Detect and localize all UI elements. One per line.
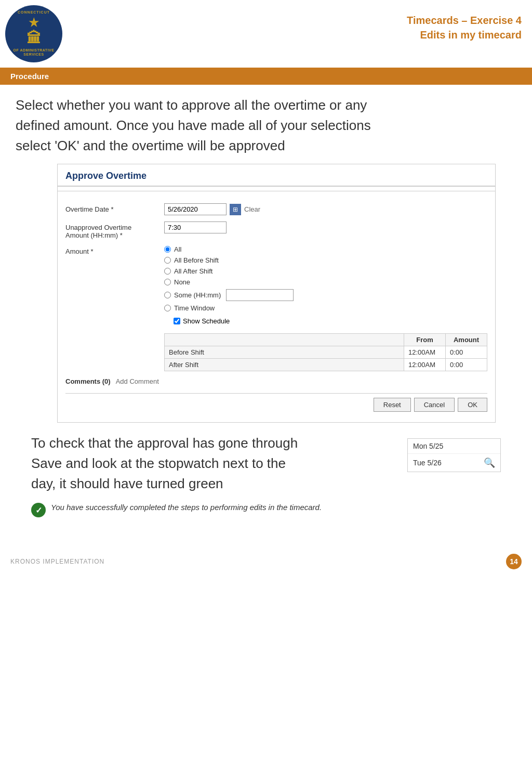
timecard-preview: Mon 5/25 Tue 5/26 🔍 bbox=[407, 438, 501, 472]
success-message: You have successfully completed the step… bbox=[51, 503, 322, 512]
logo-area: CONNECTICUT ★ 🏛 OF ADMINISTRATIVE SERVIC… bbox=[5, 5, 68, 62]
footer-brand: KRONOS IMPLEMENTATION bbox=[10, 558, 104, 565]
bottom-instructions: To check that the approval has gone thro… bbox=[31, 433, 501, 494]
radio-all-label: All bbox=[174, 245, 181, 253]
radio-time-window-label: Time Window bbox=[174, 304, 215, 312]
dialog-separator bbox=[58, 191, 495, 191]
radio-after-shift-item: All After Shift bbox=[164, 267, 487, 275]
schedule-after-label: After Shift bbox=[165, 359, 404, 371]
bottom-line2: Save and look at the stopwatch next to t… bbox=[31, 453, 397, 474]
comments-row: Comments (0) Add Comment bbox=[65, 377, 487, 385]
header: CONNECTICUT ★ 🏛 OF ADMINISTRATIVE SERVIC… bbox=[0, 0, 532, 68]
radio-after-shift-label: All After Shift bbox=[174, 267, 212, 275]
header-title-text: Timecards – Exercise 4 Edits in my timec… bbox=[68, 13, 522, 42]
instructions-line2: defined amount. Once you have made all o… bbox=[16, 115, 516, 136]
instructions: Select whether you want to approve all t… bbox=[16, 95, 516, 156]
radio-after-shift[interactable] bbox=[164, 268, 171, 275]
radio-time-window-item: Time Window bbox=[164, 304, 487, 312]
radio-before-shift-label: All Before Shift bbox=[174, 256, 219, 264]
amount-row: Amount * All All Before Shift bbox=[65, 245, 487, 371]
logo-building-icon: 🏛 bbox=[5, 30, 62, 47]
radio-some-item: Some (HH:mm) bbox=[164, 289, 487, 301]
overtime-date-control: ⊞ Clear bbox=[164, 203, 487, 215]
dialog-title: Approve Overtime bbox=[58, 164, 495, 187]
stopwatch-icon: 🔍 bbox=[484, 457, 495, 468]
overtime-date-row: Overtime Date * ⊞ Clear bbox=[65, 203, 487, 215]
add-comment-link[interactable]: Add Comment bbox=[116, 377, 159, 385]
radio-none[interactable] bbox=[164, 279, 171, 285]
title-line2: Edits in my timecard bbox=[68, 28, 522, 42]
unapproved-overtime-label: Unapproved Overtime Amount (HH:mm) * bbox=[65, 221, 164, 239]
calendar-icon[interactable]: ⊞ bbox=[230, 204, 241, 215]
dialog-buttons: Reset Cancel OK bbox=[65, 398, 487, 414]
logo-star-icon: ★ bbox=[5, 16, 62, 30]
logo-text-bottom: OF ADMINISTRATIVE SERVICES bbox=[5, 48, 62, 57]
schedule-before-label: Before Shift bbox=[165, 346, 404, 359]
unapproved-overtime-control bbox=[164, 221, 487, 233]
header-title: Timecards – Exercise 4 Edits in my timec… bbox=[68, 5, 522, 42]
timecard-row-mon: Mon 5/25 bbox=[408, 439, 500, 454]
page-number: 14 bbox=[506, 554, 522, 569]
calendar-icon-glyph: ⊞ bbox=[233, 206, 238, 213]
show-schedule-row: Show Schedule bbox=[174, 317, 487, 325]
radio-time-window[interactable] bbox=[164, 305, 171, 311]
show-schedule-label: Show Schedule bbox=[183, 317, 230, 325]
amount-label: Amount * bbox=[65, 245, 164, 255]
radio-none-item: None bbox=[164, 278, 487, 286]
unapproved-overtime-input[interactable] bbox=[164, 221, 227, 233]
amount-control: All All Before Shift All After Shift bbox=[164, 245, 487, 371]
timecard-tue-label: Tue 5/26 bbox=[413, 459, 442, 467]
page: CONNECTICUT ★ 🏛 OF ADMINISTRATIVE SERVIC… bbox=[0, 0, 532, 769]
date-input-group: ⊞ Clear bbox=[164, 203, 487, 215]
unapproved-label-line1: Unapproved Overtime bbox=[65, 224, 164, 231]
logo-inner: CONNECTICUT ★ 🏛 OF ADMINISTRATIVE SERVIC… bbox=[5, 10, 62, 57]
clear-link[interactable]: Clear bbox=[244, 205, 260, 213]
radio-some-label: Some (HH:mm) bbox=[174, 291, 221, 299]
some-input[interactable] bbox=[226, 289, 294, 301]
radio-group: All All Before Shift All After Shift bbox=[164, 245, 487, 371]
ok-button[interactable]: OK bbox=[458, 398, 487, 412]
overtime-date-input[interactable] bbox=[164, 203, 227, 215]
schedule-row-after: After Shift 12:00AM 0:00 bbox=[165, 359, 487, 371]
radio-all[interactable] bbox=[164, 246, 171, 253]
check-mark: ✓ bbox=[35, 505, 42, 515]
logo-text-top: CONNECTICUT bbox=[5, 10, 62, 15]
radio-before-shift-item: All Before Shift bbox=[164, 256, 487, 264]
schedule-col-empty bbox=[165, 334, 404, 346]
dialog-bottom-separator bbox=[65, 393, 487, 394]
procedure-label: Procedure bbox=[10, 72, 49, 81]
timecard-row-tue: Tue 5/26 🔍 bbox=[408, 454, 500, 472]
schedule-table: From Amount Before Shift 12:00AM 0:00 bbox=[164, 333, 487, 371]
radio-before-shift[interactable] bbox=[164, 257, 171, 264]
bottom-text: To check that the approval has gone thro… bbox=[31, 433, 397, 494]
success-text: You have successfully completed the step… bbox=[51, 502, 322, 514]
footer: KRONOS IMPLEMENTATION 14 bbox=[0, 549, 532, 575]
reset-button[interactable]: Reset bbox=[374, 398, 411, 412]
radio-all-item: All bbox=[164, 245, 487, 253]
procedure-bar: Procedure bbox=[0, 68, 532, 85]
instructions-line3: select 'OK' and the overtime will be app… bbox=[16, 136, 516, 156]
schedule-before-amount: 0:00 bbox=[446, 346, 487, 359]
timecard-mon-label: Mon 5/25 bbox=[413, 442, 443, 450]
schedule-after-from: 12:00AM bbox=[404, 359, 446, 371]
show-schedule-checkbox[interactable] bbox=[174, 318, 180, 324]
radio-none-label: None bbox=[174, 278, 190, 286]
instructions-line1: Select whether you want to approve all t… bbox=[16, 95, 516, 115]
title-line1: Timecards – Exercise 4 bbox=[68, 13, 522, 28]
schedule-col-amount: Amount bbox=[446, 334, 487, 346]
logo: CONNECTICUT ★ 🏛 OF ADMINISTRATIVE SERVIC… bbox=[5, 5, 62, 62]
overtime-date-label: Overtime Date * bbox=[65, 203, 164, 213]
unapproved-overtime-row: Unapproved Overtime Amount (HH:mm) * bbox=[65, 221, 487, 239]
schedule-row-before: Before Shift 12:00AM 0:00 bbox=[165, 346, 487, 359]
comments-label: Comments (0) bbox=[65, 377, 111, 385]
radio-some[interactable] bbox=[164, 292, 171, 298]
schedule-before-from: 12:00AM bbox=[404, 346, 446, 359]
bottom-line3: day, it should have turned green bbox=[31, 474, 397, 494]
dialog-body: Overtime Date * ⊞ Clear Un bbox=[58, 195, 495, 422]
check-circle-icon: ✓ bbox=[31, 503, 46, 517]
success-area: ✓ You have successfully completed the st… bbox=[31, 502, 501, 517]
cancel-button[interactable]: Cancel bbox=[414, 398, 455, 412]
approve-overtime-dialog: Approve Overtime Overtime Date * ⊞ Clear bbox=[57, 164, 496, 423]
schedule-col-from: From bbox=[404, 334, 446, 346]
main-content: Select whether you want to approve all t… bbox=[0, 85, 532, 538]
